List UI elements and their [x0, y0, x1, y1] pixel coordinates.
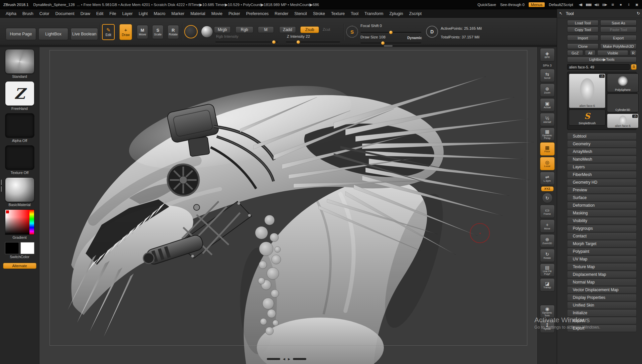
save-as-button[interactable]: Save As — [600, 20, 637, 26]
current-brush-icon[interactable] — [184, 25, 198, 38]
actual-button[interactable]: ▣ Actual — [540, 98, 555, 112]
menu-item[interactable]: Marker — [169, 11, 188, 16]
zsub-button[interactable]: Zsub — [300, 26, 319, 33]
shelf-resize-handle[interactable] — [384, 45, 393, 47]
rotate-button[interactable]: R Rotate — [168, 25, 179, 39]
scroll-track-left[interactable] — [267, 358, 280, 360]
focal-shift-knob[interactable] — [389, 31, 393, 34]
rgb-intensity-knob[interactable] — [272, 40, 276, 44]
m-button[interactable]: M — [258, 26, 274, 33]
lock-icon[interactable]: ■ — [617, 2, 624, 8]
zoom-button[interactable]: ⊕ Zoom — [540, 83, 555, 97]
tool-section[interactable]: Import — [567, 317, 637, 324]
texture-selector[interactable] — [5, 145, 34, 170]
tool-section[interactable]: Polypaint — [567, 248, 637, 255]
frame-button[interactable]: ▭ Frame — [540, 205, 555, 218]
tool-section[interactable]: Preview — [567, 186, 637, 194]
quicksave-button[interactable]: QuickSave — [477, 3, 496, 7]
mrgb-button[interactable]: Mrgb — [214, 26, 231, 33]
material-selector[interactable] — [5, 177, 34, 202]
tool-section[interactable]: Masking — [567, 209, 637, 217]
switch-color-widget[interactable] — [5, 242, 34, 254]
tool-section[interactable]: Polygroups — [567, 225, 637, 232]
primary-color-swatch[interactable] — [5, 242, 19, 254]
z-intensity-slider[interactable] — [286, 41, 340, 43]
current-tool-name[interactable]: alien face-5. 49 — [567, 64, 630, 70]
import-button[interactable]: Import — [567, 35, 599, 41]
see-through-slider[interactable]: See-through 0 — [500, 3, 525, 7]
dock-right-icon[interactable]: ▤▶ — [601, 2, 608, 8]
goz-visible-button[interactable]: Visible — [597, 50, 628, 56]
current-tool-r-button[interactable]: R — [631, 64, 637, 70]
dock-left-icon[interactable]: ◀▤ — [593, 2, 600, 8]
brush-selector[interactable] — [5, 49, 34, 74]
tool-section[interactable]: FiberMesh — [567, 171, 637, 178]
polyf-button[interactable]: ▤ Line Fill PolyF — [540, 263, 555, 277]
menu-item[interactable]: Texture — [328, 11, 348, 16]
tool-section[interactable]: Layers — [567, 163, 637, 171]
panel-cursor-icon[interactable]: ↖ — [557, 11, 564, 16]
zcut-button[interactable]: Zcut — [323, 27, 330, 31]
menu-item[interactable]: Macro — [151, 11, 169, 16]
floor-button[interactable]: ▦ Floor — [540, 142, 555, 156]
home-page-button[interactable]: Home Page — [6, 28, 36, 40]
default-zscript-button[interactable]: DefaultZScript — [549, 3, 573, 7]
scroll-track-right[interactable] — [293, 358, 306, 360]
menu-item[interactable]: Zplugin — [386, 11, 406, 16]
menu-item[interactable]: Zscript — [406, 11, 425, 16]
menu-item[interactable]: Layer — [119, 11, 135, 16]
copy-tool-button[interactable]: Copy Tool — [567, 27, 599, 32]
sculptris-pro-button[interactable]: S — [346, 26, 358, 38]
scroll-left-icon[interactable]: ◀▮ — [577, 2, 584, 8]
focal-shift-slider[interactable] — [360, 32, 421, 33]
menu-item[interactable]: Material — [187, 11, 208, 16]
rotate-3d-button[interactable]: ↻ Rotate — [540, 249, 555, 262]
lsym-button[interactable]: ⇌ L.Sym — [540, 172, 555, 185]
tool-section[interactable]: Contact — [567, 232, 637, 240]
zoom3d-button[interactable]: ⊕ Zoom3D — [540, 234, 555, 247]
menu-item[interactable]: Light — [136, 11, 151, 16]
tool-section[interactable]: Vector Displacement Map — [567, 286, 637, 294]
menu-item[interactable]: Draw — [78, 11, 93, 16]
menu-item[interactable]: Tool — [348, 11, 361, 16]
menu-item[interactable]: Movie — [208, 11, 225, 16]
tool-section[interactable]: Geometry — [567, 140, 637, 148]
menu-item[interactable]: Picker — [225, 11, 243, 16]
zadd-button[interactable]: Zadd — [279, 26, 296, 33]
aahalf-button[interactable]: ½ AAHalf — [540, 113, 555, 126]
lightbox-tools-button[interactable]: Lightbox▶Tools — [567, 57, 637, 62]
menu-item[interactable]: Color — [36, 11, 52, 16]
move-button[interactable]: M Move — [137, 25, 148, 39]
tool-section[interactable]: Subtool — [567, 133, 637, 140]
goz-r-button[interactable]: R — [630, 50, 637, 56]
tool-section[interactable]: Surface — [567, 194, 637, 201]
scroll-button[interactable]: ⇆ Scroll — [540, 69, 555, 82]
menu-item[interactable]: Edit — [93, 11, 107, 16]
alternate-button[interactable]: Alternate — [3, 263, 36, 269]
canvas-scroll-widget[interactable]: ◀ ▶ — [267, 358, 306, 360]
menu-item[interactable]: File — [106, 11, 119, 16]
xpose-button[interactable]: ↥ Xpose — [540, 320, 555, 333]
edit-button[interactable]: ✎ Edit — [102, 24, 115, 40]
tool-section[interactable]: Unified Skin — [567, 302, 637, 309]
lightbox-button[interactable]: LightBox — [38, 28, 68, 40]
z-intensity-knob[interactable] — [297, 40, 300, 44]
rgb-button[interactable]: Rgb — [235, 26, 253, 33]
polysphere-thumb[interactable]: PolySphere — [607, 73, 639, 92]
menus-button[interactable]: Menus — [529, 2, 545, 7]
dynamic-persp-button[interactable]: ▦ Dynamic Persp — [540, 128, 555, 141]
window-restore-icon[interactable]: ▣ — [633, 2, 640, 8]
dynamic-solo-button[interactable]: ◉ Dynamic Solo — [540, 305, 555, 318]
spin-button[interactable]: ↻ — [542, 193, 553, 203]
clone-button[interactable]: Clone — [567, 43, 599, 49]
store-config-icon[interactable]: ⇓ — [625, 2, 632, 8]
tool-section[interactable]: Morph Target — [567, 240, 637, 247]
spix-slider[interactable]: SPix 3 — [540, 63, 555, 68]
menu-item[interactable]: Document — [52, 11, 78, 16]
dynamic-label[interactable]: Dynamic — [407, 36, 422, 40]
color-picker[interactable] — [5, 209, 34, 235]
scroll-left-icon[interactable]: ◀ — [283, 358, 285, 360]
cylinder3d-thumb[interactable]: Cylinder3D — [607, 94, 639, 112]
goz-all-button[interactable]: All — [585, 50, 596, 56]
goz-button[interactable]: GoZ — [567, 50, 583, 56]
